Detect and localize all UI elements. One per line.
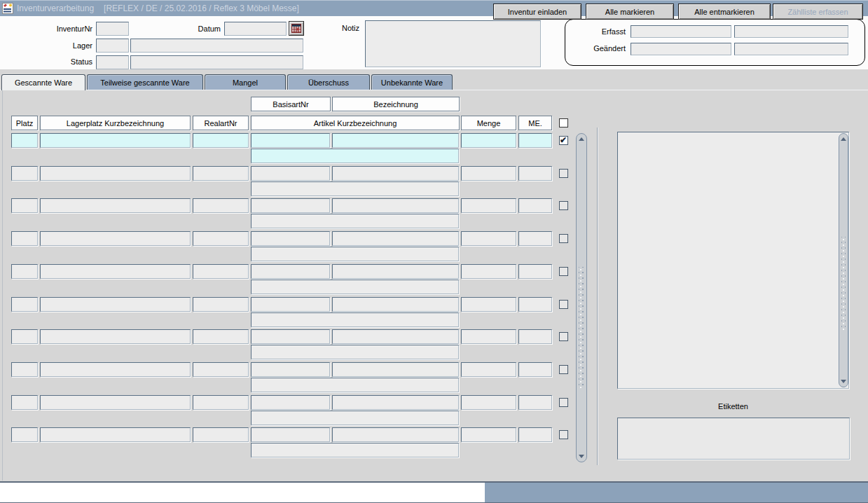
row-checkbox[interactable] bbox=[559, 398, 568, 407]
cell-basisartnr[interactable] bbox=[251, 329, 330, 344]
cell-me[interactable] bbox=[518, 231, 552, 246]
cell-menge[interactable] bbox=[461, 231, 516, 246]
row-checkbox[interactable] bbox=[559, 234, 568, 243]
cell-lagerplatz[interactable] bbox=[40, 297, 191, 312]
lager-code-field[interactable] bbox=[96, 39, 129, 53]
zaehlliste-erfassen-button[interactable]: Zählliste erfassen bbox=[773, 4, 863, 20]
etiketten-textarea[interactable] bbox=[617, 418, 850, 460]
cell-bezeichnung[interactable] bbox=[332, 166, 459, 181]
cell-lagerplatz[interactable] bbox=[40, 231, 191, 246]
cell-menge[interactable] bbox=[461, 329, 516, 344]
scroll-down-button[interactable] bbox=[577, 451, 586, 462]
details-textarea[interactable] bbox=[617, 132, 849, 389]
tab-unbekannte-ware[interactable]: Unbekannte Ware bbox=[371, 74, 453, 90]
cell-me[interactable] bbox=[518, 395, 552, 410]
cell-artikel-zeile2[interactable] bbox=[251, 443, 459, 457]
cell-lagerplatz[interactable] bbox=[40, 362, 191, 377]
cell-bezeichnung[interactable] bbox=[332, 329, 459, 344]
cell-bezeichnung[interactable] bbox=[332, 362, 459, 377]
cell-me[interactable] bbox=[518, 329, 552, 344]
cell-me[interactable] bbox=[518, 133, 552, 148]
alle-entmarkieren-button[interactable]: Alle entmarkieren bbox=[678, 4, 771, 20]
cell-lagerplatz[interactable] bbox=[40, 198, 191, 213]
row-checkbox[interactable] bbox=[559, 332, 568, 341]
cell-realartnr[interactable] bbox=[193, 329, 249, 344]
cell-basisartnr[interactable] bbox=[251, 427, 330, 442]
row-checkbox[interactable] bbox=[559, 136, 568, 145]
cell-me[interactable] bbox=[518, 297, 552, 312]
cell-artikel-zeile2[interactable] bbox=[251, 312, 459, 327]
cell-artikel-zeile2[interactable] bbox=[251, 181, 459, 196]
row-checkbox[interactable] bbox=[559, 201, 568, 210]
row-checkbox[interactable] bbox=[559, 169, 568, 178]
cell-basisartnr[interactable] bbox=[251, 198, 330, 213]
notiz-field[interactable] bbox=[365, 20, 541, 67]
details-scrollbar[interactable] bbox=[839, 133, 848, 387]
cell-platz[interactable] bbox=[11, 264, 38, 279]
tab-gescannte-ware[interactable]: Gescannte Ware bbox=[1, 74, 85, 90]
scroll-up-button[interactable] bbox=[577, 134, 586, 144]
cell-platz[interactable] bbox=[11, 395, 38, 410]
row-checkbox[interactable] bbox=[559, 267, 568, 276]
cell-bezeichnung[interactable] bbox=[332, 264, 459, 279]
cell-realartnr[interactable] bbox=[193, 231, 249, 246]
cell-artikel-zeile2[interactable] bbox=[251, 378, 459, 392]
cell-menge[interactable] bbox=[461, 395, 516, 410]
cell-platz[interactable] bbox=[11, 133, 38, 148]
cell-realartnr[interactable] bbox=[193, 133, 249, 148]
row-checkbox[interactable] bbox=[559, 430, 568, 439]
cell-lagerplatz[interactable] bbox=[40, 329, 191, 344]
tab-ueberschuss[interactable]: Überschuss bbox=[287, 74, 370, 90]
cell-basisartnr[interactable] bbox=[251, 362, 330, 377]
cell-basisartnr[interactable] bbox=[251, 231, 330, 246]
cell-platz[interactable] bbox=[11, 166, 38, 181]
cell-realartnr[interactable] bbox=[193, 427, 249, 442]
cell-menge[interactable] bbox=[461, 427, 516, 442]
cell-menge[interactable] bbox=[461, 133, 516, 148]
cell-bezeichnung[interactable] bbox=[332, 297, 459, 312]
cell-menge[interactable] bbox=[461, 264, 516, 279]
cell-lagerplatz[interactable] bbox=[40, 166, 191, 181]
cell-platz[interactable] bbox=[11, 198, 38, 213]
cell-artikel-zeile2[interactable] bbox=[251, 411, 459, 425]
cell-artikel-zeile2[interactable] bbox=[251, 247, 459, 261]
header-checkbox[interactable] bbox=[559, 118, 568, 128]
scrollbar-track[interactable] bbox=[839, 144, 848, 376]
cell-basisartnr[interactable] bbox=[251, 166, 330, 181]
cell-bezeichnung[interactable] bbox=[332, 231, 459, 246]
status-code-field[interactable] bbox=[96, 55, 129, 69]
cell-bezeichnung[interactable] bbox=[332, 427, 459, 442]
row-checkbox[interactable] bbox=[559, 365, 568, 374]
cell-artikel-zeile2[interactable] bbox=[251, 345, 459, 359]
cell-basisartnr[interactable] bbox=[251, 297, 330, 312]
cell-bezeichnung[interactable] bbox=[332, 198, 459, 213]
cell-platz[interactable] bbox=[11, 231, 38, 246]
cell-artikel-zeile2[interactable] bbox=[251, 214, 459, 228]
cell-basisartnr[interactable] bbox=[251, 264, 330, 279]
scroll-up-button[interactable] bbox=[839, 134, 848, 144]
cell-platz[interactable] bbox=[11, 297, 38, 312]
cell-platz[interactable] bbox=[11, 427, 38, 442]
cell-realartnr[interactable] bbox=[193, 198, 249, 213]
lager-name-field[interactable] bbox=[130, 39, 303, 53]
scrollbar-track[interactable] bbox=[577, 144, 586, 451]
cell-me[interactable] bbox=[518, 362, 552, 377]
cell-basisartnr[interactable] bbox=[251, 395, 330, 410]
cell-lagerplatz[interactable] bbox=[40, 395, 191, 410]
scroll-down-button[interactable] bbox=[839, 376, 848, 387]
inventur-einladen-button[interactable]: Inventur einladen bbox=[493, 4, 581, 20]
status-name-field[interactable] bbox=[130, 55, 303, 69]
cell-artikel-zeile2[interactable] bbox=[251, 149, 459, 163]
cell-lagerplatz[interactable] bbox=[40, 264, 191, 279]
cell-me[interactable] bbox=[518, 264, 552, 279]
cell-platz[interactable] bbox=[11, 329, 38, 344]
calendar-button[interactable] bbox=[289, 21, 304, 36]
datum-field[interactable] bbox=[224, 22, 287, 36]
cell-lagerplatz[interactable] bbox=[40, 427, 191, 442]
cell-basisartnr[interactable] bbox=[251, 133, 330, 148]
cell-bezeichnung[interactable] bbox=[332, 133, 459, 148]
inventurnr-field[interactable] bbox=[96, 22, 129, 36]
cell-lagerplatz[interactable] bbox=[40, 133, 191, 148]
alle-markieren-button[interactable]: Alle markieren bbox=[586, 4, 674, 20]
cell-me[interactable] bbox=[518, 198, 552, 213]
